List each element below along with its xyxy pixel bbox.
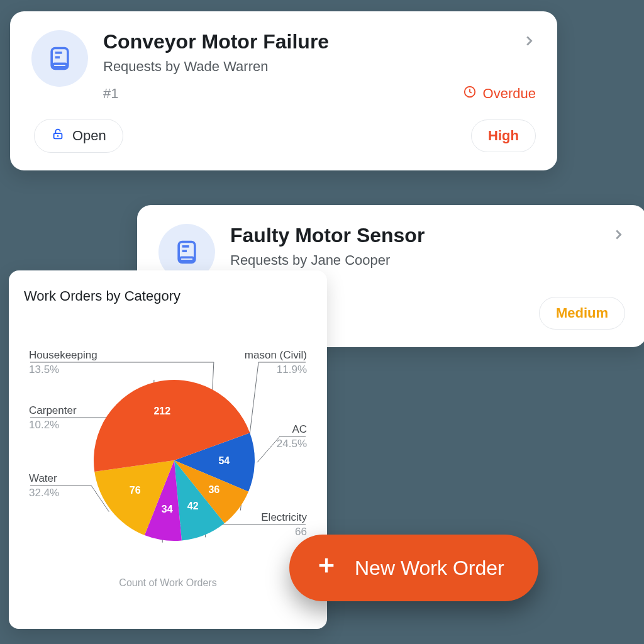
work-order-requester: Requests by Wade Warren (103, 58, 536, 75)
unlock-icon (51, 127, 65, 145)
priority-pill-medium[interactable]: Medium (539, 297, 625, 330)
work-order-card[interactable]: Conveyor Motor Failure Requests by Wade … (10, 11, 557, 170)
work-order-title: Faulty Motor Sensor (230, 224, 425, 247)
status-pill-open[interactable]: Open (34, 119, 123, 153)
chevron-right-icon[interactable] (611, 228, 625, 244)
priority-label: High (488, 128, 519, 144)
pie-chart: 5436423476212Electricity66Water32.4%Carp… (24, 322, 312, 574)
svg-point-6 (57, 135, 59, 137)
svg-rect-10 (180, 257, 194, 261)
pie-label: Housekeeping13.5% (29, 348, 97, 377)
clipboard-icon (31, 30, 88, 87)
chevron-right-icon[interactable] (522, 34, 536, 50)
pie-label: Carpenter10.2% (29, 404, 77, 433)
pie-slice-value: 76 (130, 485, 141, 496)
work-order-requester: Requests by Jane Cooper (230, 252, 625, 269)
overdue-badge: Overdue (463, 85, 536, 103)
pie-slice-value: 34 (162, 504, 173, 514)
pie-label: Electricity66 (261, 511, 307, 540)
plus-icon (316, 555, 337, 581)
category-chart-card: Work Orders by Category 5436423476212Ele… (9, 270, 327, 629)
pie-label: AC24.5% (277, 423, 307, 452)
pie-slice-value: 36 (208, 484, 219, 495)
svg-rect-3 (53, 64, 67, 67)
work-order-title: Conveyor Motor Failure (103, 30, 329, 53)
pie-label: mason (Civil)11.9% (245, 348, 307, 377)
pie-slice-value: 212 (153, 406, 170, 416)
pie-label: Water32.4% (29, 472, 59, 501)
pie-slice-value: 42 (187, 501, 199, 511)
pie-slice-value: 54 (218, 455, 230, 466)
status-label: Open (72, 128, 106, 144)
overdue-label: Overdue (483, 86, 536, 102)
priority-label: Medium (556, 305, 608, 321)
clock-icon (463, 85, 477, 103)
new-work-order-button[interactable]: New Work Order (289, 535, 538, 601)
priority-pill-high[interactable]: High (471, 119, 536, 152)
chart-caption: Count of Work Orders (24, 577, 312, 589)
work-order-id: #1 (103, 86, 118, 102)
chart-title: Work Orders by Category (24, 288, 312, 304)
new-work-order-label: New Work Order (355, 557, 504, 580)
